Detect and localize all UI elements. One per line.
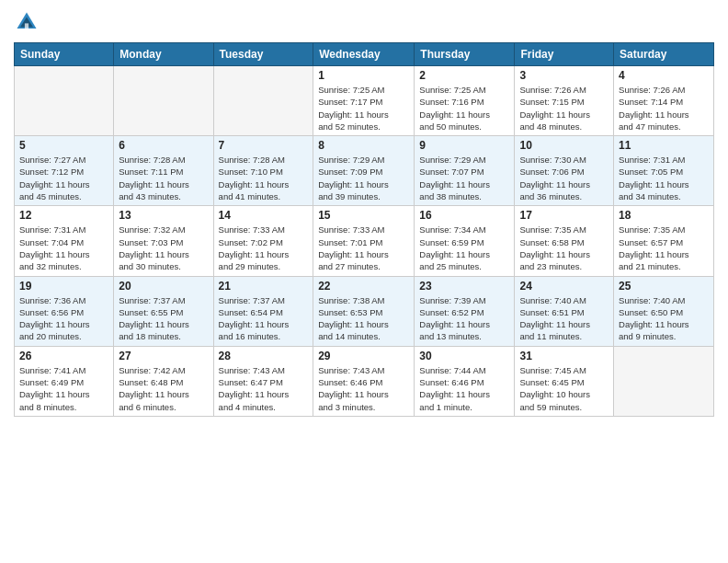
day-info: Sunrise: 7:37 AMSunset: 6:55 PMDaylight:… [119,294,208,343]
day-number: 23 [419,280,509,293]
header [14,9,714,35]
calendar-cell: 25Sunrise: 7:40 AMSunset: 6:50 PMDayligh… [614,276,714,346]
weekday-header-friday: Friday [515,43,614,66]
day-info: Sunrise: 7:31 AMSunset: 7:05 PMDaylight:… [619,154,709,202]
day-number: 6 [119,139,208,152]
day-info: Sunrise: 7:33 AMSunset: 7:02 PMDaylight:… [219,224,309,272]
calendar-cell: 27Sunrise: 7:42 AMSunset: 6:48 PMDayligh… [114,346,213,416]
weekday-header-sunday: Sunday [15,43,114,66]
calendar-week-1: 1Sunrise: 7:25 AMSunset: 7:17 PMDaylight… [15,66,714,136]
day-info: Sunrise: 7:25 AMSunset: 7:16 PMDaylight:… [419,84,509,132]
calendar-cell: 29Sunrise: 7:43 AMSunset: 6:46 PMDayligh… [313,346,415,416]
day-info: Sunrise: 7:45 AMSunset: 6:45 PMDaylight:… [519,364,609,413]
logo [14,9,43,35]
calendar-cell: 28Sunrise: 7:43 AMSunset: 6:47 PMDayligh… [213,346,313,416]
calendar-cell: 14Sunrise: 7:33 AMSunset: 7:02 PMDayligh… [213,206,313,276]
day-number: 4 [619,69,709,82]
day-info: Sunrise: 7:27 AMSunset: 7:12 PMDaylight:… [19,154,108,202]
day-number: 29 [318,350,409,362]
calendar-cell: 20Sunrise: 7:37 AMSunset: 6:55 PMDayligh… [114,276,213,346]
day-info: Sunrise: 7:28 AMSunset: 7:10 PMDaylight:… [219,154,309,202]
svg-rect-2 [25,23,28,29]
calendar-cell: 15Sunrise: 7:33 AMSunset: 7:01 PMDayligh… [313,206,415,276]
day-number: 10 [519,139,609,152]
calendar-header-row: SundayMondayTuesdayWednesdayThursdayFrid… [15,43,714,66]
weekday-header-saturday: Saturday [614,43,714,66]
weekday-header-wednesday: Wednesday [313,43,415,66]
calendar-week-5: 26Sunrise: 7:41 AMSunset: 6:49 PMDayligh… [15,346,714,416]
day-number: 9 [419,139,509,152]
day-number: 30 [419,350,509,362]
calendar-week-3: 12Sunrise: 7:31 AMSunset: 7:04 PMDayligh… [15,206,714,276]
day-number: 19 [19,280,108,293]
calendar-cell: 13Sunrise: 7:32 AMSunset: 7:03 PMDayligh… [114,206,213,276]
calendar-cell: 19Sunrise: 7:36 AMSunset: 6:56 PMDayligh… [15,276,114,346]
day-number: 27 [119,350,208,362]
day-number: 26 [19,350,108,362]
calendar-cell: 10Sunrise: 7:30 AMSunset: 7:06 PMDayligh… [515,136,614,206]
calendar-cell: 26Sunrise: 7:41 AMSunset: 6:49 PMDayligh… [15,346,114,416]
calendar-cell: 30Sunrise: 7:44 AMSunset: 6:46 PMDayligh… [415,346,515,416]
day-number: 18 [619,209,709,222]
calendar-cell: 6Sunrise: 7:28 AMSunset: 7:11 PMDaylight… [114,136,213,206]
calendar-cell: 16Sunrise: 7:34 AMSunset: 6:59 PMDayligh… [415,206,515,276]
day-info: Sunrise: 7:25 AMSunset: 7:17 PMDaylight:… [318,84,409,132]
calendar-cell: 22Sunrise: 7:38 AMSunset: 6:53 PMDayligh… [313,276,415,346]
day-info: Sunrise: 7:29 AMSunset: 7:07 PMDaylight:… [419,154,509,202]
day-info: Sunrise: 7:44 AMSunset: 6:46 PMDaylight:… [419,364,509,413]
day-number: 1 [318,69,409,82]
weekday-header-monday: Monday [114,43,213,66]
calendar-cell: 23Sunrise: 7:39 AMSunset: 6:52 PMDayligh… [415,276,515,346]
day-info: Sunrise: 7:39 AMSunset: 6:52 PMDaylight:… [419,294,509,343]
calendar-cell [213,66,313,136]
calendar-cell: 9Sunrise: 7:29 AMSunset: 7:07 PMDaylight… [415,136,515,206]
calendar-cell: 11Sunrise: 7:31 AMSunset: 7:05 PMDayligh… [614,136,714,206]
day-number: 7 [219,139,309,152]
day-number: 13 [119,209,208,222]
day-number: 8 [318,139,409,152]
calendar-cell: 2Sunrise: 7:25 AMSunset: 7:16 PMDaylight… [415,66,515,136]
day-info: Sunrise: 7:33 AMSunset: 7:01 PMDaylight:… [318,224,409,272]
day-info: Sunrise: 7:29 AMSunset: 7:09 PMDaylight:… [318,154,409,202]
day-number: 22 [318,280,409,293]
day-number: 14 [219,209,309,222]
calendar-cell [15,66,114,136]
calendar-week-4: 19Sunrise: 7:36 AMSunset: 6:56 PMDayligh… [15,276,714,346]
calendar-cell: 3Sunrise: 7:26 AMSunset: 7:15 PMDaylight… [515,66,614,136]
day-info: Sunrise: 7:43 AMSunset: 6:46 PMDaylight:… [318,364,409,413]
day-info: Sunrise: 7:31 AMSunset: 7:04 PMDaylight:… [19,224,108,272]
day-info: Sunrise: 7:26 AMSunset: 7:15 PMDaylight:… [519,84,609,132]
day-info: Sunrise: 7:28 AMSunset: 7:11 PMDaylight:… [119,154,208,202]
day-number: 15 [318,209,409,222]
day-info: Sunrise: 7:43 AMSunset: 6:47 PMDaylight:… [219,364,309,413]
calendar-week-2: 5Sunrise: 7:27 AMSunset: 7:12 PMDaylight… [15,136,714,206]
day-info: Sunrise: 7:26 AMSunset: 7:14 PMDaylight:… [619,84,709,132]
day-number: 20 [119,280,208,293]
day-number: 11 [619,139,709,152]
day-number: 12 [19,209,108,222]
day-number: 3 [519,69,609,82]
day-info: Sunrise: 7:41 AMSunset: 6:49 PMDaylight:… [19,364,108,413]
calendar-cell: 17Sunrise: 7:35 AMSunset: 6:58 PMDayligh… [515,206,614,276]
calendar-cell: 18Sunrise: 7:35 AMSunset: 6:57 PMDayligh… [614,206,714,276]
page: SundayMondayTuesdayWednesdayThursdayFrid… [0,0,728,563]
calendar-cell: 1Sunrise: 7:25 AMSunset: 7:17 PMDaylight… [313,66,415,136]
day-info: Sunrise: 7:34 AMSunset: 6:59 PMDaylight:… [419,224,509,272]
day-number: 25 [619,280,709,293]
weekday-header-tuesday: Tuesday [213,43,313,66]
logo-icon [14,9,40,35]
day-number: 31 [519,350,609,362]
day-number: 2 [419,69,509,82]
day-info: Sunrise: 7:42 AMSunset: 6:48 PMDaylight:… [119,364,208,413]
calendar-cell: 21Sunrise: 7:37 AMSunset: 6:54 PMDayligh… [213,276,313,346]
day-info: Sunrise: 7:32 AMSunset: 7:03 PMDaylight:… [119,224,208,272]
weekday-header-thursday: Thursday [415,43,515,66]
day-number: 17 [519,209,609,222]
day-info: Sunrise: 7:35 AMSunset: 6:57 PMDaylight:… [619,224,709,272]
calendar-table: SundayMondayTuesdayWednesdayThursdayFrid… [14,42,714,417]
day-number: 28 [219,350,309,362]
day-number: 5 [19,139,108,152]
calendar-cell: 31Sunrise: 7:45 AMSunset: 6:45 PMDayligh… [515,346,614,416]
day-info: Sunrise: 7:37 AMSunset: 6:54 PMDaylight:… [219,294,309,343]
calendar-cell: 24Sunrise: 7:40 AMSunset: 6:51 PMDayligh… [515,276,614,346]
